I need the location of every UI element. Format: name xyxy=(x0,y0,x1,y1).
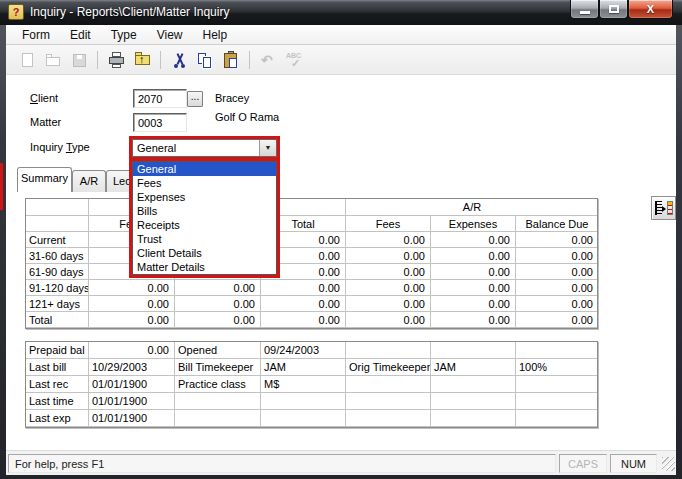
status-message: For help, press F1 xyxy=(8,454,556,473)
inquiry-type-combobox[interactable]: General ▼ xyxy=(132,139,277,157)
dropdown-option-general[interactable]: General xyxy=(133,162,276,176)
toolbar-separator xyxy=(160,51,161,69)
row-label: Current xyxy=(26,232,89,248)
client-browse-button[interactable]: ... xyxy=(187,91,203,107)
col-header: Expenses xyxy=(431,216,516,232)
app-icon[interactable]: ? xyxy=(8,4,24,20)
row-label: 91-120 days xyxy=(26,280,89,296)
matter-input[interactable]: 0003 xyxy=(133,113,187,132)
dropdown-option-matter-details[interactable]: Matter Details xyxy=(133,260,276,274)
cut-button[interactable] xyxy=(167,49,191,71)
annotation-red-edge xyxy=(0,163,3,210)
list-detail-icon xyxy=(655,201,662,215)
close-button[interactable]: X xyxy=(628,0,673,19)
menu-form[interactable]: Form xyxy=(12,26,60,44)
print-button[interactable] xyxy=(104,49,128,71)
window-title: Inquiry - Reports\Client/Matter Inquiry xyxy=(30,0,229,25)
col-header: Fees xyxy=(346,216,431,232)
inquiry-type-label: Inquiry Type xyxy=(30,141,90,153)
dropdown-option-fees[interactable]: Fees xyxy=(133,176,276,190)
col-header: Balance Due xyxy=(516,216,598,232)
paste-button[interactable] xyxy=(219,49,243,71)
dropdown-option-expenses[interactable]: Expenses xyxy=(133,190,276,204)
spelling-button[interactable]: ABC✓ xyxy=(282,49,306,71)
close-icon: X xyxy=(629,0,672,18)
title-bar[interactable]: ? Inquiry - Reports\Client/Matter Inquir… xyxy=(0,0,682,25)
row-label: 61-90 days xyxy=(26,264,89,280)
menu-bar: Form Edit Type View Help xyxy=(6,25,676,45)
dropdown-option-client-details[interactable]: Client Details xyxy=(133,246,276,260)
menu-help[interactable]: Help xyxy=(193,26,238,44)
toolbar-separator xyxy=(97,51,98,69)
row-label: 121+ days xyxy=(26,296,89,312)
row-label: 31-60 days xyxy=(26,248,89,264)
resize-grip[interactable] xyxy=(662,457,675,471)
row-label: Total xyxy=(26,312,89,328)
new-document-icon xyxy=(22,53,33,67)
undo-button[interactable]: ↶ xyxy=(256,49,280,71)
minimize-button[interactable] xyxy=(570,0,599,19)
status-bar: For help, press F1 CAPS NUM xyxy=(6,450,676,475)
maximize-icon xyxy=(609,5,619,13)
new-button[interactable] xyxy=(15,49,39,71)
tab-ar[interactable]: A/R xyxy=(72,170,106,192)
matter-name-text: Golf O Rama xyxy=(215,111,279,123)
num-indicator: NUM xyxy=(610,454,657,473)
tab-summary[interactable]: Summary xyxy=(17,167,72,192)
dropdown-option-receipts[interactable]: Receipts xyxy=(133,218,276,232)
preview-button[interactable]: ↑ xyxy=(130,49,154,71)
caps-indicator: CAPS xyxy=(559,454,607,473)
client-label: Client xyxy=(30,92,58,104)
matter-label: Matter xyxy=(30,116,61,128)
open-button[interactable] xyxy=(41,49,65,71)
app-window: ? Inquiry - Reports\Client/Matter Inquir… xyxy=(0,0,682,479)
maximize-button[interactable] xyxy=(599,0,628,19)
client-input[interactable]: 2070 xyxy=(133,89,187,108)
client-name-text: Bracey xyxy=(215,92,249,104)
save-button[interactable] xyxy=(67,49,91,71)
ar-group-header: A/R xyxy=(346,199,598,216)
inquiry-type-value: General xyxy=(133,140,259,156)
inquiry-form: Client 2070 ... Bracey Matter 0003 Golf … xyxy=(6,75,676,450)
menu-type[interactable]: Type xyxy=(101,26,147,44)
copy-button[interactable] xyxy=(193,49,217,71)
client-area: Form Edit Type View Help ↑ ↶ ABC✓ Client… xyxy=(6,25,676,475)
inquiry-type-annotation-box: General ▼ xyxy=(129,136,280,160)
toolbar: ↑ ↶ ABC✓ xyxy=(6,45,676,75)
inquiry-type-dropdown-annotation-box: General Fees Expenses Bills Receipts Tru… xyxy=(129,158,280,278)
detail-view-button[interactable] xyxy=(651,196,676,220)
chevron-down-icon[interactable]: ▼ xyxy=(259,140,276,156)
matter-info-table: Prepaid bal 0.00 Opened 09/24/2003 Last … xyxy=(25,341,598,428)
save-icon xyxy=(73,54,86,67)
undo-icon: ↶ xyxy=(261,52,273,68)
menu-view[interactable]: View xyxy=(147,26,193,44)
minimize-icon xyxy=(580,11,590,14)
summary-table: A/R Fees Expenses Total Fees Expenses Ba… xyxy=(25,198,598,329)
dropdown-option-trust[interactable]: Trust xyxy=(133,232,276,246)
toolbar-separator xyxy=(249,51,250,69)
inquiry-type-dropdown-list: General Fees Expenses Bills Receipts Tru… xyxy=(132,161,277,275)
menu-edit[interactable]: Edit xyxy=(60,26,101,44)
dropdown-option-bills[interactable]: Bills xyxy=(133,204,276,218)
